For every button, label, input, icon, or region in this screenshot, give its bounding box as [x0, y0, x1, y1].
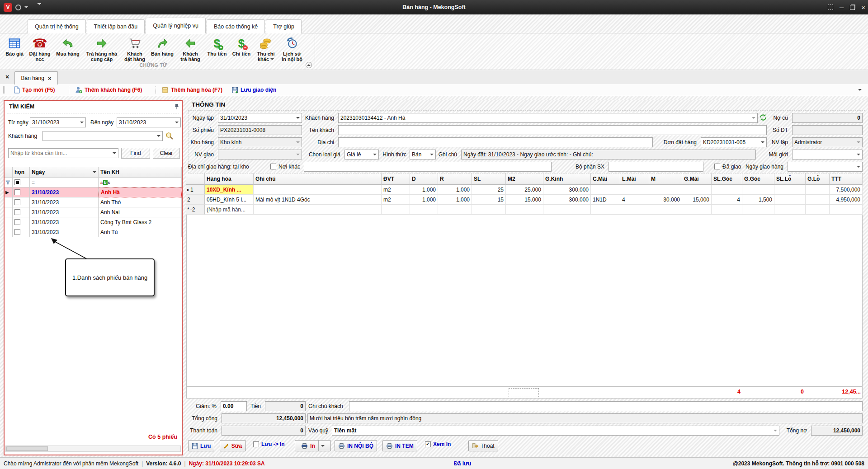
toolbar-overflow-icon[interactable] [858, 89, 862, 91]
toolbar-grip[interactable] [3, 86, 5, 94]
dropdown-icon[interactable] [857, 154, 860, 155]
tab-thiet-lap-ban-dau[interactable]: Thiết lập ban đầu [87, 19, 145, 33]
header-m[interactable]: M [649, 174, 682, 185]
header-ghi-chu[interactable]: Ghi chú [254, 174, 382, 185]
tao-moi-button[interactable]: Tạo mới (F5) [14, 84, 55, 96]
cell[interactable] [774, 185, 806, 195]
cell[interactable] [806, 195, 830, 205]
row-checkbox[interactable] [14, 189, 20, 195]
header-g-lo[interactable]: G.Lỗ [806, 174, 830, 185]
cell[interactable]: 1,000 [410, 195, 438, 205]
cell[interactable] [712, 185, 742, 195]
cell[interactable]: 4 [620, 195, 649, 205]
row-checkbox[interactable] [14, 199, 20, 205]
dropdown-icon[interactable] [296, 154, 300, 155]
chi-tien-button[interactable]: $− Chi tiền [230, 35, 253, 63]
bao-gia-button[interactable]: Báo giá [3, 35, 26, 63]
keyword-input[interactable] [8, 148, 118, 158]
cell[interactable]: 25.000 [506, 185, 543, 195]
splitter[interactable] [183, 100, 186, 455]
product-row[interactable]: 2 05HD_Kính 5 l... Mài mỏ vịt 1N1D 4Góc … [186, 195, 863, 205]
kho-hang-combo[interactable]: Kho kính [218, 137, 302, 147]
header-sl[interactable]: SL [472, 174, 506, 185]
cell[interactable] [254, 205, 382, 215]
cell[interactable]: m2 [382, 195, 410, 205]
cell[interactable] [774, 205, 806, 215]
result-row[interactable]: 31/10/2023 Anh Thỏ [5, 197, 182, 207]
dropdown-icon[interactable] [857, 141, 860, 143]
cell[interactable] [742, 185, 774, 195]
xem-in-toggle[interactable]: ✓ Xem In [425, 441, 451, 447]
thanh-toan-field[interactable]: 0 [222, 426, 306, 436]
moi-gioi-combo[interactable] [792, 150, 863, 159]
customer-combo[interactable] [42, 131, 163, 141]
horizontal-scrollbar[interactable] [5, 446, 181, 452]
cell[interactable] [543, 205, 591, 215]
cell[interactable] [591, 205, 620, 215]
cell[interactable] [682, 205, 712, 215]
restore-icon[interactable] [850, 5, 855, 10]
fullscreen-icon[interactable] [828, 5, 833, 10]
dropdown-icon[interactable] [752, 117, 755, 119]
refresh-customer-icon[interactable] [760, 114, 767, 121]
cell[interactable]: 300,000 [543, 195, 591, 205]
cell[interactable]: 1,000 [438, 185, 472, 195]
filter-name-cell[interactable]: abc [99, 178, 182, 188]
new-product-row[interactable]: *-2 (Nhập mã hàn... [186, 205, 863, 215]
ghi-chu-khach-input[interactable] [349, 401, 863, 411]
filter-date-cell[interactable]: = [30, 178, 99, 188]
ban-hang-button[interactable]: Bán hàng [148, 35, 176, 63]
tab-quan-ly-nghiep-vu[interactable]: Quản lý nghiệp vụ [146, 18, 206, 33]
khach-hang-combo[interactable]: 20231030134412 - Anh Hà [338, 113, 758, 123]
header-g-kinh[interactable]: G.Kính [543, 174, 591, 185]
cell[interactable]: 30.000 [649, 195, 682, 205]
thoat-button[interactable]: Thoát [468, 440, 498, 451]
cell[interactable] [620, 185, 649, 195]
to-date-input[interactable]: 31/10/2023 [117, 117, 181, 127]
header-sl-goc[interactable]: SL.Góc [712, 174, 742, 185]
cell[interactable]: 15.000 [506, 195, 543, 205]
lich-su-in-noi-bo-button[interactable]: Lịch sửin nội bộ [278, 35, 306, 63]
filter-funnel-icon[interactable] [5, 178, 13, 188]
result-row[interactable]: 31/10/2023 Công Ty Bmt Glass 2 [5, 217, 182, 227]
hinh-thuc-combo[interactable]: Bán [410, 150, 436, 159]
close-all-tabs-icon[interactable]: × [5, 73, 9, 80]
cell[interactable]: 25 [472, 185, 506, 195]
cell[interactable]: 1,500 [742, 195, 774, 205]
cell[interactable] [649, 205, 682, 215]
cell[interactable]: 1,000 [438, 195, 472, 205]
search-icon[interactable] [165, 132, 173, 140]
dropdown-icon[interactable] [175, 122, 179, 123]
in-tem-button[interactable]: IN TEM [382, 440, 417, 451]
xem-in-checkbox[interactable]: ✓ [425, 441, 431, 447]
cell-hang-hoa[interactable]: 05HD_Kính 5 l... [205, 195, 254, 205]
row-checkbox[interactable] [14, 209, 20, 215]
don-dat-hang-combo[interactable]: KD20231031-005 [701, 137, 767, 147]
cell[interactable] [506, 205, 543, 215]
luu-in-checkbox[interactable] [253, 441, 259, 447]
cell-hang-hoa[interactable]: 10XD_Kính ... [205, 185, 254, 195]
dropdown-icon[interactable] [157, 135, 160, 137]
them-khach-hang-button[interactable]: Thêm khách hàng (F6) [75, 84, 142, 96]
header-chon[interactable]: họn [13, 167, 30, 178]
cell[interactable] [410, 205, 438, 215]
cell[interactable]: 7,500,000 [830, 185, 863, 195]
sort-icon[interactable] [93, 171, 96, 173]
cell[interactable] [649, 185, 682, 195]
ghi-chu-field[interactable]: Ngày đặt: 31/10/2023 - Ngay giao ước tín… [461, 150, 756, 159]
thu-chi-khac-button[interactable]: Thu chi khác [253, 35, 278, 63]
loai-gia-combo[interactable]: Giá lẻ [344, 150, 379, 159]
cell[interactable] [254, 185, 382, 195]
header-ttt[interactable]: TTT [830, 174, 863, 185]
close-icon[interactable]: × [861, 0, 865, 14]
header-r[interactable]: R [438, 174, 472, 185]
dropdown-icon[interactable] [373, 154, 377, 155]
in-noi-bo-button[interactable]: IN NỘI BỘ [335, 440, 377, 451]
noi-khac-input[interactable] [304, 162, 552, 172]
cell[interactable] [712, 205, 742, 215]
khach-dat-hang-button[interactable]: Kháchđặt hàng [121, 35, 148, 63]
keyword-input-field[interactable] [10, 150, 113, 156]
cell[interactable]: 4 [712, 195, 742, 205]
ngay-giao-hang-combo[interactable] [788, 162, 863, 172]
header-c-mai[interactable]: C.Mài [591, 174, 620, 185]
